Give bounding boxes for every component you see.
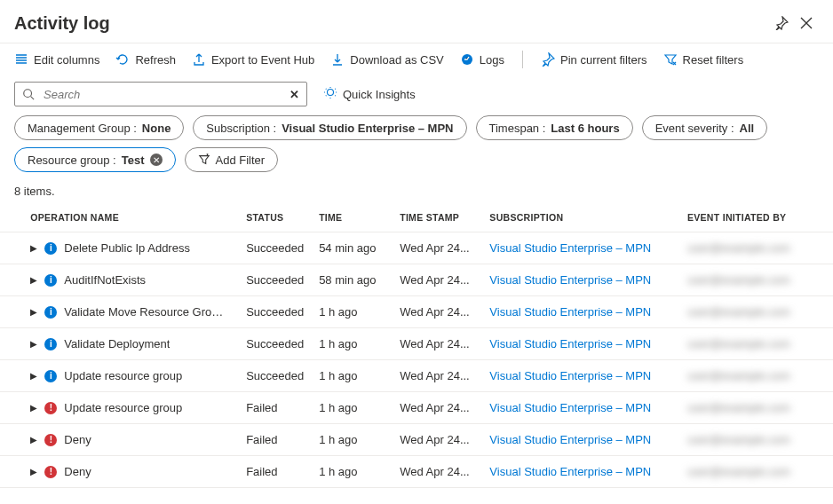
subscription-link[interactable]: Visual Studio Enterprise – MPN [489, 401, 651, 414]
expand-icon[interactable]: ▶ [30, 435, 37, 445]
status-cell: Succeeded [239, 232, 312, 264]
remove-filter-icon[interactable]: ✕ [150, 154, 163, 166]
refresh-icon [115, 52, 130, 67]
expand-icon[interactable]: ▶ [30, 339, 37, 349]
subscription-link[interactable]: Visual Studio Enterprise – MPN [489, 369, 651, 382]
col-operation[interactable]: OPERATION NAME [23, 203, 239, 232]
columns-icon [14, 52, 28, 67]
status-icon: ! [44, 402, 57, 414]
operation-name: Update resource group [64, 401, 182, 414]
status-cell: Failed [239, 456, 312, 488]
table-row[interactable]: ▶iAuditIfNotExistsSucceeded58 min agoWed… [0, 264, 833, 296]
table-row[interactable]: ▶iValidate Move Resource Group Resources… [0, 296, 833, 328]
download-label: Download as CSV [350, 53, 444, 67]
subscription-link[interactable]: Visual Studio Enterprise – MPN [489, 337, 651, 350]
table-row[interactable]: ▶!DenyFailed1 h agoWed Apr 24...Visual S… [0, 456, 833, 488]
operation-name: Validate Move Resource Group Resources [64, 305, 226, 319]
pin-filters-button[interactable]: Pin current filters [541, 52, 647, 67]
expand-icon[interactable]: ▶ [30, 275, 37, 285]
pill-value: Last 6 hours [551, 122, 619, 135]
operation-name: Update resource group [64, 369, 182, 382]
svg-point-2 [328, 89, 334, 95]
search-input[interactable] [42, 87, 282, 102]
clear-search-icon[interactable]: ✕ [290, 88, 299, 101]
time-cell: 1 h ago [312, 296, 393, 328]
table-header-row: OPERATION NAME STATUS TIME TIME STAMP SU… [0, 203, 833, 232]
col-timestamp[interactable]: TIME STAMP [393, 203, 482, 232]
timestamp-cell: Wed Apr 24... [393, 296, 482, 328]
operation-name: Validate Deployment [64, 337, 170, 350]
operation-name: Deny [64, 465, 91, 478]
lightbulb-icon [323, 86, 337, 103]
logs-icon [460, 52, 474, 67]
expand-icon[interactable]: ▶ [30, 467, 37, 476]
initiated-by-cell: user@example.com [687, 337, 790, 350]
initiated-by-cell: user@example.com [687, 401, 790, 414]
subscription-link[interactable]: Visual Studio Enterprise – MPN [489, 433, 651, 446]
initiated-by-cell: user@example.com [687, 433, 790, 446]
status-cell: Failed [239, 392, 312, 424]
subscription-link[interactable]: Visual Studio Enterprise – MPN [489, 273, 651, 287]
search-icon [22, 88, 35, 100]
quick-insights-button[interactable]: Quick Insights [323, 86, 416, 103]
timestamp-cell: Wed Apr 24... [393, 328, 482, 360]
status-icon: i [44, 274, 57, 287]
pill-label: Resource group : [28, 154, 116, 167]
table-row[interactable]: ▶iValidate DeploymentSucceeded1 h agoWed… [0, 328, 833, 360]
pill-label: Management Group : [28, 122, 137, 135]
filter-subscription[interactable]: Subscription : Visual Studio Enterprise … [193, 115, 466, 140]
initiated-by-cell: user@example.com [687, 369, 790, 382]
export-icon [192, 52, 206, 67]
refresh-button[interactable]: Refresh [115, 52, 176, 67]
download-button[interactable]: Download as CSV [330, 52, 444, 67]
table-row[interactable]: ▶iUpdate resource groupSucceeded1 h agoW… [0, 360, 833, 392]
reset-filters-button[interactable]: Reset filters [663, 52, 744, 67]
header: Activity log [0, 0, 833, 43]
expand-icon[interactable]: ▶ [30, 243, 37, 253]
filter-resource-group[interactable]: Resource group : Test ✕ [14, 147, 176, 172]
subscription-link[interactable]: Visual Studio Enterprise – MPN [489, 465, 651, 478]
pill-label: Timespan : [489, 122, 546, 135]
filter-management-group[interactable]: Management Group : None [14, 115, 184, 140]
search-box[interactable]: ✕ [14, 82, 307, 106]
table-row[interactable]: ▶iDelete Public Ip AddressSucceeded54 mi… [0, 232, 833, 264]
timestamp-cell: Wed Apr 24... [393, 360, 482, 392]
timestamp-cell: Wed Apr 24... [393, 456, 482, 488]
initiated-by-cell: user@example.com [687, 273, 790, 287]
status-icon: i [44, 242, 57, 255]
item-count: 8 items. [0, 179, 833, 203]
time-cell: 1 h ago [312, 456, 393, 488]
reset-filters-label: Reset filters [683, 53, 744, 67]
edit-columns-button[interactable]: Edit columns [14, 52, 99, 67]
pin-icon[interactable] [769, 11, 794, 35]
export-button[interactable]: Export to Event Hub [192, 52, 314, 67]
add-filter-button[interactable]: Add Filter [185, 147, 279, 172]
pin-filters-icon [541, 52, 555, 67]
search-row: ✕ Quick Insights [0, 76, 833, 115]
initiated-by-cell: user@example.com [687, 465, 790, 478]
subscription-link[interactable]: Visual Studio Enterprise – MPN [489, 241, 651, 255]
logs-label: Logs [480, 53, 504, 67]
logs-button[interactable]: Logs [460, 52, 504, 67]
filter-severity[interactable]: Event severity : All [642, 115, 768, 140]
col-status[interactable]: STATUS [239, 203, 312, 232]
col-subscription[interactable]: SUBSCRIPTION [482, 203, 680, 232]
table-row[interactable]: ▶!DenyFailed1 h agoWed Apr 24...Visual S… [0, 424, 833, 456]
add-filter-label: Add Filter [216, 154, 266, 167]
filter-timespan[interactable]: Timespan : Last 6 hours [476, 115, 633, 140]
pill-value: All [740, 122, 755, 135]
expand-icon[interactable]: ▶ [30, 307, 37, 317]
col-time[interactable]: TIME [312, 203, 393, 232]
pill-value: Visual Studio Enterprise – MPN [282, 122, 453, 135]
close-icon[interactable] [794, 11, 819, 35]
col-initiated-by[interactable]: EVENT INITIATED BY [680, 203, 833, 232]
expand-icon[interactable]: ▶ [30, 403, 37, 413]
table-row[interactable]: ▶!Update resource groupFailed1 h agoWed … [0, 392, 833, 424]
pill-label: Subscription : [206, 122, 276, 135]
edit-columns-label: Edit columns [34, 53, 99, 67]
quick-insights-label: Quick Insights [343, 88, 416, 101]
timestamp-cell: Wed Apr 24... [393, 392, 482, 424]
expand-icon[interactable]: ▶ [30, 371, 37, 381]
timestamp-cell: Wed Apr 24... [393, 424, 482, 456]
subscription-link[interactable]: Visual Studio Enterprise – MPN [489, 305, 651, 319]
